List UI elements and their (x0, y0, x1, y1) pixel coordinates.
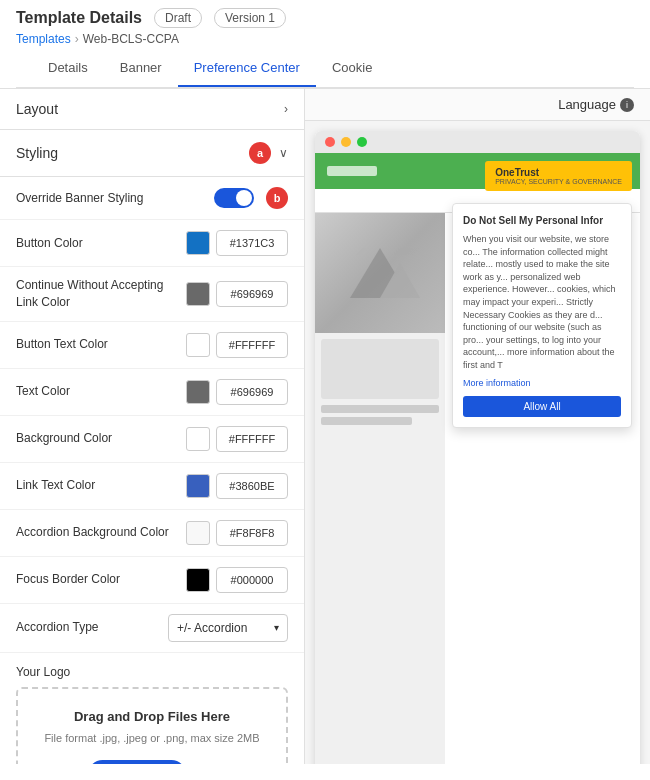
color-label-text-color: Text Color (16, 383, 186, 400)
tab-details[interactable]: Details (32, 50, 104, 87)
logo-label: Your Logo (16, 665, 288, 679)
accordion-type-value: +/- Accordion (177, 621, 247, 635)
color-control-button-color: #1371C3 (186, 230, 288, 256)
color-control-button-text-color: #FFFFFF (186, 332, 288, 358)
color-row-link-text-color: Link Text Color#3860BE (0, 463, 304, 510)
accordion-type-row: Accordion Type +/- Accordion ▾ (0, 604, 304, 653)
color-label-button-text-color: Button Text Color (16, 336, 186, 353)
browser-mockup: OneTrust PRIVACY, SECURITY & GOVERNANCE … (315, 131, 640, 764)
color-label-background-color: Background Color (16, 430, 186, 447)
color-label-continue-link-color: Continue Without Accepting Link Color (16, 277, 186, 311)
color-label-focus-border-color: Focus Border Color (16, 571, 186, 588)
color-row-continue-link-color: Continue Without Accepting Link Color#69… (0, 267, 304, 322)
color-swatch-focus-border-color[interactable] (186, 568, 210, 592)
color-input-background-color[interactable]: #FFFFFF (216, 426, 288, 452)
color-row-text-color: Text Color#696969 (0, 369, 304, 416)
browser-bar (315, 131, 640, 153)
color-swatch-text-color[interactable] (186, 380, 210, 404)
browser-dot-red (325, 137, 335, 147)
styling-section-header[interactable]: Styling a ∨ (0, 130, 304, 177)
tab-cookie[interactable]: Cookie (316, 50, 388, 87)
drop-zone[interactable]: Drag and Drop Files Here File format .jp… (16, 687, 288, 764)
color-swatch-accordion-bg-color[interactable] (186, 521, 210, 545)
breadcrumb-current: Web-BCLS-CCPA (83, 32, 179, 46)
accordion-type-select[interactable]: +/- Accordion ▾ (168, 614, 288, 642)
color-control-continue-link-color: #696969 (186, 281, 288, 307)
color-input-link-text-color[interactable]: #3860BE (216, 473, 288, 499)
tab-bar: Details Banner Preference Center Cookie (16, 50, 634, 88)
color-swatch-background-color[interactable] (186, 427, 210, 451)
override-banner-label: Override Banner Styling (16, 190, 214, 207)
right-panel: Language i (305, 89, 650, 764)
draft-badge: Draft (154, 8, 202, 28)
preview-area: OneTrust PRIVACY, SECURITY & GOVERNANCE … (305, 121, 650, 764)
tab-preference-center[interactable]: Preference Center (178, 50, 316, 87)
color-control-text-color: #696969 (186, 379, 288, 405)
color-input-accordion-bg-color[interactable]: #F8F8F8 (216, 520, 288, 546)
color-input-continue-link-color[interactable]: #696969 (216, 281, 288, 307)
color-input-focus-border-color[interactable]: #000000 (216, 567, 288, 593)
accordion-chevron-icon: ▾ (274, 622, 279, 633)
cookie-popup-text: When you visit our website, we store co.… (463, 233, 621, 372)
layout-label: Layout (16, 101, 58, 117)
styling-chevron-icon: ∨ (279, 146, 288, 160)
drop-zone-title: Drag and Drop Files Here (34, 709, 270, 724)
cookie-allow-button[interactable]: Allow All (463, 396, 621, 417)
browser-dot-green (357, 137, 367, 147)
breadcrumb: Templates › Web-BCLS-CCPA (16, 32, 634, 46)
upload-button[interactable]: Upload (88, 760, 185, 764)
color-row-background-color: Background Color#FFFFFF (0, 416, 304, 463)
color-row-button-text-color: Button Text Color#FFFFFF (0, 322, 304, 369)
page-title: Template Details (16, 9, 142, 27)
color-swatch-button-text-color[interactable] (186, 333, 210, 357)
site-sidebar (315, 213, 445, 764)
color-label-button-color: Button Color (16, 235, 186, 252)
onetrust-sub-text: PRIVACY, SECURITY & GOVERNANCE (495, 178, 622, 185)
language-info-icon[interactable]: i (620, 98, 634, 112)
tab-banner[interactable]: Banner (104, 50, 178, 87)
color-input-button-color[interactable]: #1371C3 (216, 230, 288, 256)
override-banner-row: Override Banner Styling b (0, 177, 304, 220)
drop-zone-subtitle: File format .jpg, .jpeg or .png, max siz… (34, 730, 270, 747)
cookie-more-info-link[interactable]: More information (463, 378, 621, 388)
cookie-popup-title: Do Not Sell My Personal Infor (463, 214, 621, 227)
color-row-button-color: Button Color#1371C3 (0, 220, 304, 267)
toggle-knob (236, 190, 252, 206)
onetrust-brand-text: OneTrust (495, 167, 622, 178)
onetrust-badge: OneTrust PRIVACY, SECURITY & GOVERNANCE (485, 161, 632, 191)
color-control-accordion-bg-color: #F8F8F8 (186, 520, 288, 546)
breadcrumb-separator: › (75, 32, 79, 46)
color-fields: Button Color#1371C3Continue Without Acce… (0, 220, 304, 604)
color-control-link-text-color: #3860BE (186, 473, 288, 499)
badge-b: b (266, 187, 288, 209)
accordion-type-label: Accordion Type (16, 619, 168, 636)
color-swatch-link-text-color[interactable] (186, 474, 210, 498)
cookie-popup: Do Not Sell My Personal Infor When you v… (452, 203, 632, 428)
color-control-focus-border-color: #000000 (186, 567, 288, 593)
color-swatch-continue-link-color[interactable] (186, 282, 210, 306)
styling-right: a ∨ (249, 142, 288, 164)
color-label-accordion-bg-color: Accordion Background Color (16, 524, 186, 541)
color-label-link-text-color: Link Text Color (16, 477, 186, 494)
color-input-button-text-color[interactable]: #FFFFFF (216, 332, 288, 358)
color-row-accordion-bg-color: Accordion Background Color#F8F8F8 (0, 510, 304, 557)
site-sidebar-image (315, 213, 445, 333)
version-badge: Version 1 (214, 8, 286, 28)
breadcrumb-link[interactable]: Templates (16, 32, 71, 46)
color-row-focus-border-color: Focus Border Color#000000 (0, 557, 304, 604)
badge-a: a (249, 142, 271, 164)
left-panel: Layout › Styling a ∨ Override Banner Sty… (0, 89, 305, 764)
layout-section-header[interactable]: Layout › (0, 89, 304, 130)
header: Template Details Draft Version 1 Templat… (0, 0, 650, 89)
logo-section: Your Logo Drag and Drop Files Here File … (0, 653, 304, 764)
language-label: Language (558, 97, 616, 112)
color-control-background-color: #FFFFFF (186, 426, 288, 452)
browser-content: OneTrust PRIVACY, SECURITY & GOVERNANCE … (315, 153, 640, 764)
browser-dot-yellow (341, 137, 351, 147)
language-bar: Language i (305, 89, 650, 121)
color-swatch-button-color[interactable] (186, 231, 210, 255)
color-input-text-color[interactable]: #696969 (216, 379, 288, 405)
override-toggle[interactable] (214, 188, 254, 208)
main-content: Layout › Styling a ∨ Override Banner Sty… (0, 89, 650, 764)
styling-label: Styling (16, 145, 58, 161)
